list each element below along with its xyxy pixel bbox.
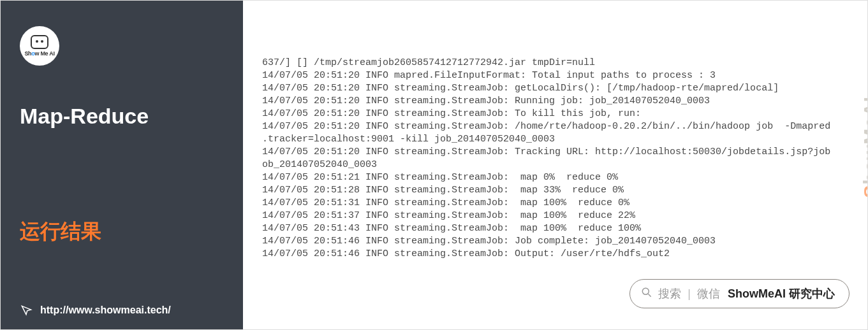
search-hint-wechat: 微信 (697, 286, 720, 301)
page-subtitle: 运行结果 (20, 218, 224, 246)
footer: http://www.showmeai.tech/ (20, 304, 171, 317)
logo-text-prefix: Sh (24, 50, 31, 57)
search-hint-search: 搜索 (658, 286, 681, 301)
footer-url[interactable]: http://www.showmeai.tech/ (40, 305, 171, 316)
brand-logo: Show Me AI (20, 26, 59, 66)
page-title: Map-Reduce (20, 104, 224, 129)
search-brand: ShowMeAI 研究中心 (728, 286, 835, 301)
svg-line-1 (649, 294, 651, 296)
cursor-icon (20, 304, 33, 317)
main-panel: ShowMeAI 637/] [] /tmp/streamjob26058574… (243, 1, 868, 330)
svg-point-0 (643, 288, 649, 294)
logo-text: Show Me AI (24, 50, 54, 57)
sidebar: Show Me AI Map-Reduce 运行结果 http://www.sh… (1, 1, 243, 330)
separator: | (688, 287, 691, 301)
search-pill[interactable]: 搜索 | 微信 ShowMeAI 研究中心 (629, 279, 850, 308)
log-output: 637/] [] /tmp/streamjob26058574127127729… (262, 57, 862, 261)
logo-face-icon (31, 35, 48, 49)
logo-text-suffix: w Me AI (35, 50, 55, 57)
search-icon (640, 286, 653, 302)
